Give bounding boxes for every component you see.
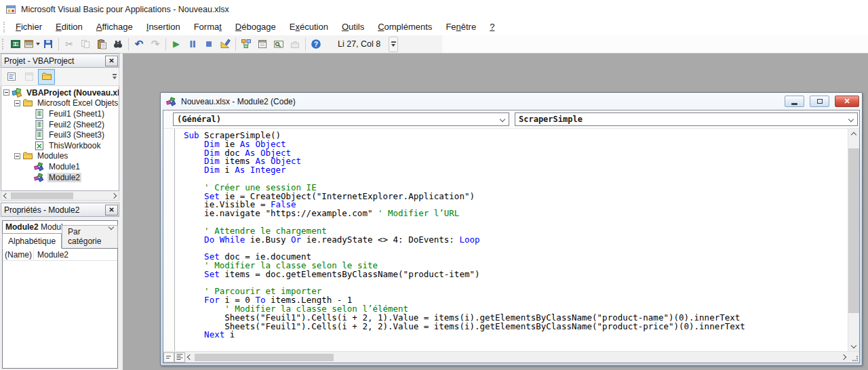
project-tree: VBAProject (Nouveau.xlMicrosoft Excel Ob… [1,86,119,191]
property-row: (Name)Module2 [3,249,117,261]
insert-userform-button[interactable] [24,37,40,52]
project-panel-header[interactable]: Projet - VBAProject ✕ [1,54,119,68]
view-code-button[interactable] [3,69,20,85]
resize-grip[interactable] [848,352,859,363]
toggle-folders-button[interactable] [38,69,55,85]
insert-userform-icon [24,39,35,49]
menu-item-ex-cution[interactable]: Exécution [283,20,335,34]
code-token: ie.readyState <> 4: DoEvents: [301,234,459,245]
code-token: Loop [459,234,479,245]
code-window-titlebar[interactable]: Nouveau.xlsx - Module2 (Code) ✕ [163,93,860,110]
menu-item-help[interactable]: ? [483,20,501,34]
object-browser-button[interactable] [271,37,287,52]
full-module-view-button[interactable] [174,352,185,363]
code-window: Nouveau.xlsx - Module2 (Code) ✕ (Général… [160,92,863,366]
help-icon: ? [311,39,321,49]
properties-panel-close-icon[interactable]: ✕ [105,205,118,215]
scroll-thumb[interactable] [11,192,73,199]
view-object-button[interactable] [20,69,37,85]
procedure-dropdown-value: ScraperSimple [519,115,583,124]
code-margin-indicator-bar[interactable] [163,129,175,351]
scroll-right-icon[interactable] [109,191,119,200]
code-line[interactable]: Dim i As Integer [184,166,848,175]
menu-item-fichier[interactable]: Fichier [9,20,49,34]
scroll-right-icon[interactable] [839,352,848,363]
help-button[interactable]: ? [308,37,324,52]
properties-window-button[interactable] [254,37,271,52]
toolbox-button[interactable] [287,37,303,52]
module-icon [34,161,45,172]
project-panel-close-icon[interactable]: ✕ [105,56,118,66]
redo-button[interactable]: ↷ [147,37,163,52]
reset-button[interactable] [201,37,217,52]
scroll-left-icon[interactable] [1,191,11,200]
tree-item-modules[interactable]: Modules [1,151,119,162]
properties-panel-header[interactable]: Propriétés - Module2 ✕ [1,203,119,217]
cut-button[interactable]: ✂ [61,37,77,52]
minimize-button[interactable] [785,96,804,107]
tab-alphab-tique[interactable]: Alphabétique [2,233,62,249]
menu-item-d-bogage[interactable]: Débogage [229,20,283,34]
project-explorer-button[interactable] [238,37,254,52]
tree-item-module1[interactable]: Module1 [1,161,119,172]
code-vscrollbar[interactable] [848,129,859,351]
properties-panel: Propriétés - Module2 ✕ Module2 Module Al… [1,203,119,370]
properties-panel-title: Propriétés - Module2 [4,205,105,215]
scroll-left-icon[interactable] [185,352,195,363]
tree-item-feuil2-sheet2[interactable]: Feuil2 (Sheet2) [1,119,119,130]
find-button[interactable] [110,37,126,52]
code-line[interactable]: Sheets("Feuil1").Cells(i + 2, 2).Value =… [184,323,848,331]
code-line[interactable]: Do While ie.Busy Or ie.readyState <> 4: … [184,236,848,245]
procedure-view-button[interactable] [163,352,174,363]
break-button[interactable] [184,37,201,52]
restore-button[interactable] [810,96,829,107]
chevron-down-icon[interactable] [845,113,857,125]
property-value[interactable]: Module2 [34,250,68,260]
procedure-dropdown[interactable]: ScraperSimple [515,112,858,126]
panel-toolbar-overflow-button[interactable] [111,68,119,85]
paste-button[interactable] [94,37,110,52]
undo-button[interactable]: ↶ [131,37,147,52]
menu-item-format[interactable]: Format [187,20,229,34]
tree-item-thisworkbook[interactable]: ThisWorkbook [1,140,119,151]
tree-item-vbaproject-nouveau-xl[interactable]: VBAProject (Nouveau.xl [1,87,119,98]
scroll-down-icon[interactable] [848,340,859,351]
module-icon [166,96,177,107]
code-line[interactable]: Next i [184,331,848,340]
menu-item-outils[interactable]: Outils [335,20,371,34]
scroll-thumb[interactable] [195,354,334,361]
run-button[interactable]: ▶ [168,37,184,52]
code-line[interactable]: Set items = doc.getElementsByClassName("… [184,270,848,279]
view-excel-icon [10,39,21,49]
object-dropdown[interactable]: (Général) [173,112,509,126]
toolbar-overflow-button[interactable] [389,37,398,52]
tree-item-feuil3-sheet3[interactable]: Feuil3 (Sheet3) [1,129,119,140]
menu-item-fen-tre[interactable]: Fenêtre [439,20,483,34]
view-code-icon [6,71,17,82]
collapse-icon[interactable] [14,153,20,159]
worksheet-icon [34,129,45,140]
design-mode-button[interactable] [217,37,233,52]
menu-item-insertion[interactable]: Insertion [140,20,187,34]
view-excel-button[interactable] [7,37,24,52]
tree-item-module2[interactable]: Module2 [1,172,119,183]
close-button[interactable]: ✕ [835,96,859,107]
chevron-down-icon[interactable] [496,113,509,125]
save-button[interactable] [40,37,56,52]
collapse-icon[interactable] [3,89,9,96]
tree-item-microsoft-excel-objets[interactable]: Microsoft Excel Objets [1,98,119,109]
menu-item-compl-ments[interactable]: Compléments [371,20,439,34]
tree-item-label: Modules [36,151,69,161]
scroll-up-icon[interactable] [848,129,859,140]
menu-item-affichage[interactable]: Affichage [90,20,140,34]
project-tree-hscrollbar[interactable] [1,191,119,201]
scroll-thumb[interactable] [848,148,859,313]
tree-item-feuil1-sheet1[interactable]: Feuil1 (Sheet1) [1,108,119,119]
code-editor[interactable]: Sub ScraperSimple() Dim ie As Object Dim… [175,129,848,351]
code-line[interactable]: ie.navigate "https://example.com" ' Modi… [184,209,848,218]
collapse-icon[interactable] [14,100,20,106]
menu-item-edition[interactable]: Edition [49,20,90,34]
menubar-grip-handle[interactable] [3,22,5,33]
copy-button[interactable] [77,37,94,52]
toolbar-grip-handle[interactable] [2,39,4,49]
